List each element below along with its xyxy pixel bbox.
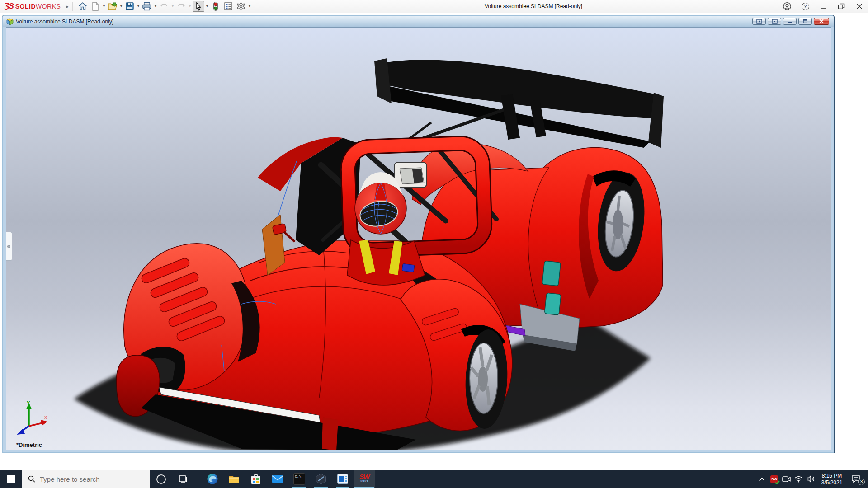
system-tray: SW [756, 470, 868, 488]
app-window-controls: ? [781, 0, 865, 13]
print-icon [142, 2, 152, 11]
close-button[interactable] [854, 1, 865, 12]
solidworks-logo: ƷS SOLID WORKS [5, 2, 61, 11]
app-titlebar: ƷS SOLID WORKS ▸ ▾ [0, 0, 868, 13]
cortana-button[interactable] [150, 470, 172, 488]
edge-icon [207, 473, 218, 485]
meet-now-button[interactable] [780, 470, 793, 488]
speaker-icon [807, 475, 815, 483]
taskbar-app-mail[interactable] [267, 470, 288, 488]
task-view-button[interactable] [172, 470, 193, 488]
graphics-viewport[interactable]: Y x *Dimetric [6, 27, 831, 450]
document-window-controls [752, 18, 829, 25]
document-title: Voiture assomblee.SLDASM [Read-only] [16, 19, 113, 25]
save-button[interactable] [124, 1, 136, 12]
save-caret[interactable]: ▾ [136, 1, 141, 12]
file-explorer-icon [228, 473, 240, 485]
gear-icon [236, 2, 245, 11]
help-button[interactable]: ? [799, 1, 811, 12]
pane-left-icon [756, 19, 762, 24]
new-document-button[interactable] [90, 1, 101, 12]
rebuild-traffic-light-icon [212, 1, 219, 11]
print-caret[interactable]: ▾ [153, 1, 158, 12]
doc-close-icon [819, 19, 824, 23]
new-document-caret[interactable]: ▾ [102, 1, 106, 12]
doc-restore-button[interactable] [798, 18, 812, 25]
volume-button[interactable] [805, 470, 817, 488]
close-icon [856, 3, 863, 9]
taskbar-app-dev-hub[interactable] [310, 470, 332, 488]
menu-expand-arrow-icon[interactable]: ▸ [66, 4, 69, 9]
doc-close-button[interactable] [814, 18, 829, 25]
document-titlebar[interactable]: Voiture assomblee.SLDASM [Read-only] [3, 16, 834, 27]
taskbar-app-file-explorer[interactable] [223, 470, 245, 488]
open-folder-icon [108, 2, 118, 11]
taskbar-app-store[interactable] [245, 470, 267, 488]
document-window: Voiture assomblee.SLDASM [Read-only] [2, 15, 835, 453]
select-caret[interactable]: ▾ [205, 1, 209, 12]
account-button[interactable] [781, 1, 793, 12]
tray-clock[interactable]: 8:16 PM 3/5/2021 [817, 472, 847, 486]
meet-now-camera-icon [782, 476, 791, 483]
start-button[interactable] [0, 470, 22, 488]
taskbar-app-solidworks[interactable]: SW 2021 [354, 470, 375, 488]
cortana-icon [156, 474, 166, 484]
pane-handle-icon [7, 245, 10, 248]
undo-icon [159, 2, 169, 10]
wifi-icon [794, 476, 803, 483]
taskbar-app-edge[interactable] [202, 470, 223, 488]
action-center-button[interactable]: 3 [847, 470, 865, 488]
windows-logo-icon [7, 475, 15, 483]
restore-button[interactable] [835, 1, 847, 12]
notification-count-badge: 3 [858, 479, 865, 485]
tray-chevron-button[interactable] [756, 470, 768, 488]
feature-manager-collapsed-tab[interactable] [6, 232, 12, 261]
new-document-icon [91, 2, 99, 11]
orientation-triad: Y x [14, 400, 52, 438]
desktop: ƷS SOLID WORKS ▸ ▾ [0, 0, 868, 488]
minimize-button[interactable] [817, 1, 829, 12]
search-icon [28, 475, 35, 483]
display-settings-button[interactable] [222, 1, 234, 12]
help-icon: ? [802, 3, 809, 10]
home-icon [78, 2, 87, 11]
hexagon-app-icon [315, 473, 327, 485]
doc-minimize-icon [787, 19, 793, 23]
select-cursor-icon [194, 2, 203, 11]
home-button[interactable] [77, 1, 89, 12]
taskbar-app-command-prompt[interactable]: C:\_ [288, 470, 310, 488]
undo-button[interactable] [158, 1, 170, 12]
mirror [394, 162, 427, 188]
command-prompt-icon: C:\_ [293, 473, 305, 485]
open-caret[interactable]: ▾ [119, 1, 123, 12]
open-button[interactable] [107, 1, 118, 12]
restore-icon [838, 3, 845, 9]
taskbar-search[interactable] [22, 470, 150, 488]
save-icon [125, 2, 134, 11]
triad-y-label: Y [27, 400, 30, 406]
search-input[interactable] [40, 475, 139, 483]
pane-previous-button[interactable] [752, 18, 766, 25]
doc-restore-icon [802, 19, 808, 23]
redo-button[interactable] [175, 1, 187, 12]
green-check-icon [775, 480, 780, 484]
dassault-mark-icon: ƷS [5, 2, 14, 11]
select-tool-button[interactable] [193, 1, 204, 12]
print-button[interactable] [141, 1, 153, 12]
view-orientation-label: *Dimetric [16, 441, 42, 448]
options-button[interactable] [235, 1, 247, 12]
tray-solidworks-monitor[interactable]: SW [768, 470, 780, 488]
tray-time: 8:16 PM [817, 473, 847, 479]
chevron-up-icon [759, 477, 765, 481]
options-caret[interactable]: ▾ [247, 1, 252, 12]
triad-x-label: x [44, 414, 47, 420]
doc-minimize-button[interactable] [783, 18, 797, 25]
pane-next-button[interactable] [768, 18, 781, 25]
network-button[interactable] [793, 470, 805, 488]
assembly-icon [6, 18, 14, 25]
store-icon [250, 473, 261, 485]
task-view-icon [178, 474, 187, 483]
rebuild-button[interactable] [210, 1, 222, 12]
taskbar-app-window-app[interactable] [332, 470, 354, 488]
car-render [6, 28, 831, 450]
